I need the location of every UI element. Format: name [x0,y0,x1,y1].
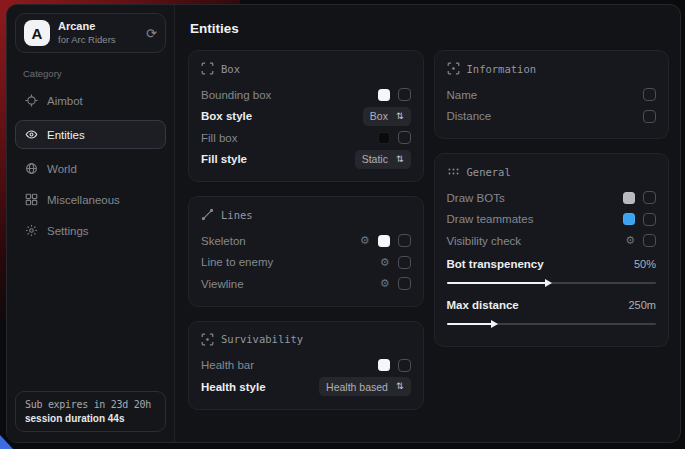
card-box: Box Bounding box Box style Box [188,50,424,182]
setting-row-health-bar: Health bar [201,355,411,377]
color-swatch[interactable] [378,89,390,101]
sidebar-item-label: Entities [47,129,85,141]
setting-row-health-style: Health style Health based ⇅ [201,376,411,398]
card-lines: Lines Skeleton ⚙ Line to enemy ⚙ [188,196,424,307]
card-lines-header: Lines [201,208,411,221]
sidebar-item-miscellaneous[interactable]: Miscellaneous [15,185,166,214]
box-corners-icon [201,62,214,75]
sidebar-item-world[interactable]: World [15,154,166,183]
card-information: Information Name Distance [434,50,670,139]
sidebar-item-label: Aimbot [47,95,83,107]
checkbox[interactable] [643,110,656,123]
main-panel: Entities Box Bounding box [175,5,680,442]
crosshair-icon [24,94,38,108]
sidebar-nav: Aimbot Entities World [15,86,166,245]
card-information-header: Information [447,62,657,75]
setting-row-box-style: Box style Box ⇅ [201,106,411,128]
card-general: General Draw BOTs Draw teammates [434,153,670,347]
checkbox[interactable] [398,359,411,372]
color-swatch[interactable] [378,359,390,371]
fill-style-dropdown[interactable]: Static ⇅ [355,150,411,169]
updown-arrows-icon: ⇅ [396,382,404,391]
health-style-dropdown[interactable]: Health based ⇅ [319,377,410,396]
globe-icon [24,162,38,176]
setting-row-viewline: Viewline ⚙ [201,273,411,295]
slider-thumb[interactable] [545,279,552,287]
sub-expires-text: Sub expires in 23d 20h [25,399,156,410]
setting-row-draw-teammates: Draw teammates [447,209,657,231]
grid-icon [24,193,38,207]
gear-icon [24,224,38,238]
gear-icon[interactable]: ⚙ [625,235,635,246]
setting-row-name: Name [447,84,657,106]
session-duration-text: session duration 44s [25,413,156,424]
sidebar-item-aimbot[interactable]: Aimbot [15,86,166,115]
sidebar-item-label: Settings [47,225,89,237]
card-title: Survivability [221,333,303,345]
checkbox[interactable] [398,256,411,269]
checkbox[interactable] [643,88,656,101]
setting-row-line-to-enemy: Line to enemy ⚙ [201,252,411,274]
card-title: Box [221,63,240,75]
checkbox[interactable] [398,234,411,247]
color-swatch[interactable] [623,213,635,225]
setting-row-fill-box: Fill box [201,127,411,149]
bot-transparency-group: Bot transpenency 50% [447,254,657,289]
slider-label-row: Max distance 250m [447,294,657,316]
checkbox[interactable] [643,234,656,247]
updown-arrows-icon: ⇅ [396,112,404,121]
slider-label-row: Bot transpenency 50% [447,254,657,276]
setting-row-draw-bots: Draw BOTs [447,187,657,209]
color-swatch[interactable] [378,235,390,247]
left-column: Box Bounding box Box style Box [188,50,424,410]
slider-fill [447,323,493,325]
card-survivability-header: Survivability [201,333,411,346]
checkbox[interactable] [398,88,411,101]
card-title: Information [467,63,537,75]
card-box-header: Box [201,62,411,75]
sidebar-item-entities[interactable]: Entities [15,120,166,149]
checkbox[interactable] [643,213,656,226]
sidebar-item-label: Miscellaneous [47,194,120,206]
line-icon [201,208,214,221]
target-brackets-icon [201,333,214,346]
sync-icon[interactable]: ⟳ [146,27,157,40]
slider-thumb[interactable] [491,320,498,328]
color-swatch[interactable] [378,132,390,144]
slider-value: 50% [634,258,656,270]
cursor-pointer [0,435,13,449]
slider-fill [447,282,548,284]
app-subtitle: for Arc Riders [58,34,116,46]
category-label: Category [23,68,166,79]
app-avatar: A [24,20,50,46]
sidebar-item-label: World [47,163,77,175]
setting-row-skeleton: Skeleton ⚙ [201,230,411,252]
bot-transparency-slider[interactable] [447,278,657,288]
sidebar: A Arcane for Arc Riders ⟳ Category Aimbo… [7,5,175,442]
max-distance-group: Max distance 250m [447,294,657,329]
color-swatch[interactable] [623,192,635,204]
gear-icon[interactable]: ⚙ [380,257,390,268]
sidebar-item-settings[interactable]: Settings [15,216,166,245]
app-title-block: Arcane for Arc Riders [58,20,116,46]
card-survivability: Survivability Health bar Health style [188,321,424,410]
gear-icon[interactable]: ⚙ [360,235,370,246]
right-column: Information Name Distance [434,50,670,347]
target-brackets-icon [447,62,460,75]
card-general-header: General [447,165,657,178]
page-title: Entities [190,21,669,36]
checkbox[interactable] [643,191,656,204]
app-window: A Arcane for Arc Riders ⟳ Category Aimbo… [6,4,681,443]
card-title: General [467,166,511,178]
grid-dots-icon [447,165,460,178]
checkbox[interactable] [398,131,411,144]
app-name: Arcane [58,20,116,34]
gear-icon[interactable]: ⚙ [380,278,390,289]
checkbox[interactable] [398,277,411,290]
max-distance-slider[interactable] [447,319,657,329]
slider-value: 250m [628,299,656,311]
card-title: Lines [221,209,253,221]
box-style-dropdown[interactable]: Box ⇅ [363,107,411,126]
eye-icon [24,128,38,142]
subscription-box: Sub expires in 23d 20h session duration … [15,391,166,432]
